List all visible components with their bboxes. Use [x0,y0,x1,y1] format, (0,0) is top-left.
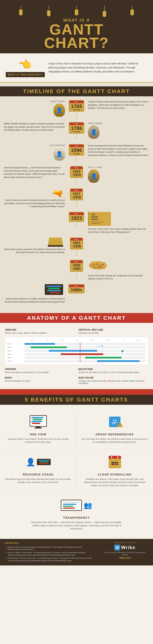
benefit-icon-dependencies: ! [81,413,148,430]
benefit-icon-resources: 👤 [5,454,72,471]
book-icon: The Gantt Chart A Working Tool of Manage… [88,212,111,226]
dam-icon [4,238,63,247]
benefit-clear-scheduling: Clear Scheduling Deadlines are obvious. … [76,449,153,492]
task-bar-1 [24,343,55,345]
year-1910: 1910-1915 [72,170,81,176]
benefit-grasp-dependencies: ! Grasp Dependencies See how tasks are r… [76,408,153,449]
year-1980: 1980s [70,288,82,292]
pointing-hand-icon: 👉 [18,58,32,70]
tl-center-1896: ●●● 1896 [67,144,86,162]
text-1956: Gantt charts help manage the constructio… [88,274,149,280]
anatomy-label-redline: Vertical Red Line Indicates current date [78,328,148,334]
month-mar: Mar [55,340,70,341]
svg-text:W: W [116,546,119,550]
tl-center-1980: ●●● 1980s [67,284,86,293]
label-desc-barcolor: In Wrike, blue tasks are active, red tas… [78,380,148,384]
benefit-icon-transparency: 👥 [5,497,148,514]
tl-right-1956: Gantt charts help manage the constructio… [88,260,149,280]
sorcery-title: What is this sorcery? [6,72,45,77]
tl-right-1896: Polish management researcher Karol Adami… [88,144,149,157]
wrike-url: WRIKE.COM [102,557,148,559]
person-name-adamiecki: Karol Adamiecki [4,144,65,146]
task-label-2: Task 2 [7,346,24,348]
person-name-priestley: Joseph Priestley [4,100,65,102]
header-chart: CHART? [8,36,145,50]
tl-center-1765: ●●● 1765 [67,100,86,118]
timeline-entry-1923: ●●● 1923 The Gantt Chart A Working Tool … [4,212,149,234]
timeline-entry-1765: Joseph Priestley 👤 ●●● 1765 [4,100,149,118]
benefit-title-scheduling: Clear Scheduling [81,473,148,476]
wrike-tagline: Award-winning collaboration and project … [102,551,148,556]
portrait-priestley: 👤 [54,104,65,117]
task-bar-4 [61,353,103,355]
team-people-icon: 👥 [84,502,92,509]
month-jun: Jun [100,340,115,341]
portrait-adamiecki: 👤 [54,147,65,161]
us-map-icon [88,260,109,272]
portrait-playfair: 👤 [88,125,100,139]
anatomy-content: Timeline Shows hours, days, weeks, month… [0,324,153,389]
month-labels: Jan Feb Mar Apr May Jun Jul Aug [24,340,146,341]
calendar-1923: ●●● 1923 [69,212,84,222]
timeline-section-header: Timeline of the Gantt Chart [0,86,153,96]
timeline-entry-1931: Gantt charts used to supervise the build… [4,238,149,256]
task-label-3: Task 3 [7,350,24,352]
tl-right-1765: Joseph Priestley makes the first known b… [88,100,149,110]
label-desc-arrows: Show how tasks are dependant on one anot… [5,371,74,374]
text-1765: Joseph Priestley makes the first known b… [88,100,149,110]
table-row: Task 3 [7,350,146,352]
task-track-2 [24,346,146,348]
text-1917: Gantt's charts are used to oversee produ… [4,198,65,208]
month-jan: Jan [24,340,40,341]
rifle-icon: 🔫 [4,188,63,198]
lanterns-decoration [8,6,145,17]
person-name-gantt: Henry L. Gantt [88,166,149,168]
month-feb: Feb [40,340,55,341]
year-1956: 1956-1991 [72,264,81,270]
timeline-entry-1956: ●●● 1956-1991 [4,260,149,280]
resource-icon: 👤 [26,458,51,466]
tl-right-1786: William Playfair 👤 [88,122,149,139]
timeline-entry-1980s: Gantt charts experience a sudden resurge… [4,284,149,304]
tl-center-1786: ●●● 1786 [67,122,86,140]
wrike-w-icon: W [114,545,120,550]
table-row: Task 1 [7,343,146,345]
tl-left-1786: William Playfair develops a range of sta… [4,122,65,132]
task-rows: Task 1 Task 2 Task 3 [7,343,146,362]
small-gantt-icon [37,459,51,465]
text-1896: Polish management researcher Karol Adami… [88,144,149,157]
task-track-5 [24,356,146,359]
year-1923: 1923 [71,216,82,220]
month-may: May [85,340,100,341]
benefit-title-dependencies: Grasp Dependencies [81,433,148,436]
arrow-connector [96,345,103,347]
header-gantt: GANTT [8,23,145,36]
sorcery-section: 👉 What is this sorcery? A type of bar ch… [0,53,153,82]
tl-center-1956: ●●● 1956-1991 [67,260,86,278]
table-row: Task 2 [7,346,146,348]
task-label-4: Task 4 [7,353,24,356]
year-1917: 1917-1918 [72,192,81,199]
anatomy-section-header: Anatomy of a Gantt Chart [0,313,153,324]
software-gantt-icon [45,284,63,295]
tl-center-1917: ●●● 1917-1918 [67,188,86,207]
wrike-name: Wrike [121,545,136,550]
task-bar-3 [49,350,97,352]
benefit-text-dependencies: See how tasks are related, and whether a… [81,438,148,444]
label-title-barcolor: Bar Color [78,376,148,379]
sources-list: Edward R. Marsh, 'The Harmonogram of Kar… [5,546,98,562]
calendar-scheduling-icon [109,456,121,468]
wrike-col: Brought to you by W Wrike Award-winning … [102,542,148,559]
monitor-icon [30,415,47,428]
benefit-transparency: 👥 Transparency Seeing who does which tas… [0,492,153,535]
tl-center-1923: ●●● 1923 [67,212,86,228]
timeline-entry-1896: Karol Adamiecki 👤 ●●● 1896 [4,144,149,162]
timeline-entry-1910: American engineer Henry L. Gantt invents… [4,166,149,184]
anatomy-label-barcolor: Bar Color In Wrike, blue tasks are activ… [78,376,148,384]
list-item: Patrick Weaver, 'Henry L Gantt, 1861 - 1… [8,557,98,562]
tl-left-1931: Gantt charts used to supervise the build… [4,238,65,254]
label-title-bars: Bars [5,376,74,379]
task-track-6 [24,360,146,362]
text-1910: American engineer Henry L. Gantt invents… [4,166,65,179]
label-desc-timeline: Shows hours, days, weeks, months, quarte… [5,332,74,334]
